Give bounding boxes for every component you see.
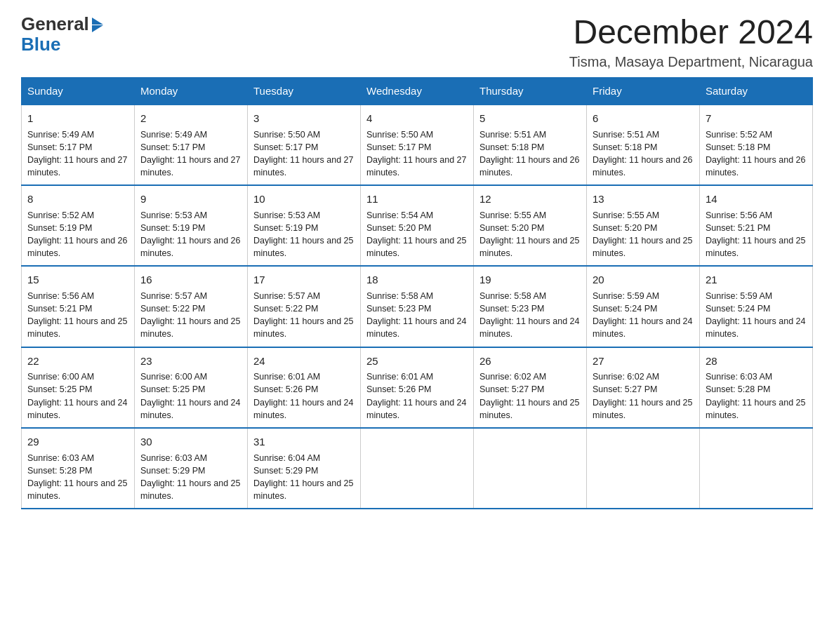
location-subtitle: Tisma, Masaya Department, Nicaragua [569,54,813,70]
calendar-cell: 20Sunrise: 5:59 AMSunset: 5:24 PMDayligh… [587,266,700,347]
day-info: Sunrise: 6:01 AMSunset: 5:26 PMDaylight:… [253,372,353,420]
day-info: Sunrise: 6:01 AMSunset: 5:26 PMDaylight:… [366,372,466,420]
day-info: Sunrise: 5:49 AMSunset: 5:17 PMDaylight:… [140,130,240,177]
calendar-week-row: 22Sunrise: 6:00 AMSunset: 5:25 PMDayligh… [22,347,813,428]
calendar-cell: 25Sunrise: 6:01 AMSunset: 5:26 PMDayligh… [361,347,474,428]
day-info: Sunrise: 5:56 AMSunset: 5:21 PMDaylight:… [706,210,805,258]
calendar-cell: 6Sunrise: 5:51 AMSunset: 5:18 PMDaylight… [587,105,700,185]
calendar-cell: 22Sunrise: 6:00 AMSunset: 5:25 PMDayligh… [22,347,135,428]
day-info: Sunrise: 6:03 AMSunset: 5:28 PMDaylight:… [27,453,127,501]
calendar-week-row: 8Sunrise: 5:52 AMSunset: 5:19 PMDaylight… [22,185,813,266]
day-info: Sunrise: 5:51 AMSunset: 5:18 PMDaylight:… [479,130,579,177]
month-year-title: December 2024 [569,14,813,51]
logo-arrow-top [92,18,103,25]
day-info: Sunrise: 6:00 AMSunset: 5:25 PMDaylight:… [140,372,240,420]
calendar-cell: 17Sunrise: 5:57 AMSunset: 5:22 PMDayligh… [248,266,361,347]
calendar-cell: 23Sunrise: 6:00 AMSunset: 5:25 PMDayligh… [135,347,248,428]
day-number: 28 [706,354,807,369]
weekday-header-row: SundayMondayTuesdayWednesdayThursdayFrid… [22,77,813,105]
day-number: 22 [27,354,128,369]
day-info: Sunrise: 5:51 AMSunset: 5:18 PMDaylight:… [593,130,692,177]
calendar-cell: 2Sunrise: 5:49 AMSunset: 5:17 PMDaylight… [135,105,248,185]
calendar-week-row: 15Sunrise: 5:56 AMSunset: 5:21 PMDayligh… [22,266,813,347]
calendar-cell: 21Sunrise: 5:59 AMSunset: 5:24 PMDayligh… [700,266,813,347]
day-info: Sunrise: 5:57 AMSunset: 5:22 PMDaylight:… [140,291,240,339]
weekday-header-friday: Friday [587,77,700,105]
day-info: Sunrise: 5:55 AMSunset: 5:20 PMDaylight:… [593,210,692,258]
day-info: Sunrise: 6:00 AMSunset: 5:25 PMDaylight:… [27,372,127,420]
calendar-cell: 27Sunrise: 6:02 AMSunset: 5:27 PMDayligh… [587,347,700,428]
day-number: 16 [140,272,241,288]
day-info: Sunrise: 5:52 AMSunset: 5:18 PMDaylight:… [706,130,805,177]
title-section: December 2024 Tisma, Masaya Department, … [569,14,813,70]
calendar-cell: 18Sunrise: 5:58 AMSunset: 5:23 PMDayligh… [361,266,474,347]
calendar-cell: 24Sunrise: 6:01 AMSunset: 5:26 PMDayligh… [248,347,361,428]
weekday-header-saturday: Saturday [700,77,813,105]
calendar-cell: 16Sunrise: 5:57 AMSunset: 5:22 PMDayligh… [135,266,248,347]
day-number: 17 [253,272,355,288]
day-number: 25 [366,354,468,369]
day-info: Sunrise: 6:02 AMSunset: 5:27 PMDaylight:… [479,372,579,420]
day-number: 14 [706,192,807,207]
day-info: Sunrise: 5:53 AMSunset: 5:19 PMDaylight:… [253,210,353,258]
day-info: Sunrise: 6:03 AMSunset: 5:28 PMDaylight:… [706,372,805,420]
day-number: 10 [253,192,355,207]
day-number: 1 [27,111,128,126]
day-number: 15 [27,272,128,288]
calendar-cell [474,428,587,509]
day-number: 7 [706,111,807,126]
day-number: 23 [140,354,241,369]
day-number: 29 [27,434,128,450]
day-info: Sunrise: 5:50 AMSunset: 5:17 PMDaylight:… [366,130,466,177]
calendar-table: SundayMondayTuesdayWednesdayThursdayFrid… [21,77,813,509]
calendar-cell: 19Sunrise: 5:58 AMSunset: 5:23 PMDayligh… [474,266,587,347]
calendar-cell: 4Sunrise: 5:50 AMSunset: 5:17 PMDaylight… [361,105,474,185]
day-number: 12 [479,192,581,207]
day-number: 30 [140,434,241,450]
page-header: General Blue December 2024 Tisma, Masaya… [21,14,813,70]
calendar-cell: 15Sunrise: 5:56 AMSunset: 5:21 PMDayligh… [22,266,135,347]
day-info: Sunrise: 5:59 AMSunset: 5:24 PMDaylight:… [706,291,805,339]
calendar-cell [587,428,700,509]
day-number: 2 [140,111,241,126]
calendar-cell: 3Sunrise: 5:50 AMSunset: 5:17 PMDaylight… [248,105,361,185]
day-info: Sunrise: 5:57 AMSunset: 5:22 PMDaylight:… [253,291,353,339]
day-number: 20 [593,272,694,288]
calendar-cell: 31Sunrise: 6:04 AMSunset: 5:29 PMDayligh… [248,428,361,509]
calendar-cell: 14Sunrise: 5:56 AMSunset: 5:21 PMDayligh… [700,185,813,266]
day-number: 13 [593,192,694,207]
logo: General Blue [21,14,103,54]
day-number: 27 [593,354,694,369]
day-number: 19 [479,272,581,288]
logo-blue-text: Blue [21,34,103,55]
day-info: Sunrise: 6:04 AMSunset: 5:29 PMDaylight:… [253,453,353,501]
calendar-cell: 1Sunrise: 5:49 AMSunset: 5:17 PMDaylight… [22,105,135,185]
logo-arrow-bottom [92,25,103,32]
weekday-header-sunday: Sunday [22,77,135,105]
calendar-cell: 13Sunrise: 5:55 AMSunset: 5:20 PMDayligh… [587,185,700,266]
day-number: 24 [253,354,355,369]
weekday-header-monday: Monday [135,77,248,105]
day-info: Sunrise: 5:53 AMSunset: 5:19 PMDaylight:… [140,210,240,258]
day-number: 4 [366,111,468,126]
calendar-cell: 29Sunrise: 6:03 AMSunset: 5:28 PMDayligh… [22,428,135,509]
day-info: Sunrise: 5:58 AMSunset: 5:23 PMDaylight:… [366,291,466,339]
calendar-cell [700,428,813,509]
day-number: 18 [366,272,468,288]
weekday-header-tuesday: Tuesday [248,77,361,105]
calendar-cell: 11Sunrise: 5:54 AMSunset: 5:20 PMDayligh… [361,185,474,266]
day-number: 5 [479,111,581,126]
logo-general-text: General [21,14,89,34]
day-number: 6 [593,111,694,126]
calendar-week-row: 1Sunrise: 5:49 AMSunset: 5:17 PMDaylight… [22,105,813,185]
day-info: Sunrise: 5:50 AMSunset: 5:17 PMDaylight:… [253,130,353,177]
day-number: 26 [479,354,581,369]
day-number: 21 [706,272,807,288]
weekday-header-wednesday: Wednesday [361,77,474,105]
day-info: Sunrise: 5:54 AMSunset: 5:20 PMDaylight:… [366,210,466,258]
calendar-cell: 10Sunrise: 5:53 AMSunset: 5:19 PMDayligh… [248,185,361,266]
calendar-cell: 28Sunrise: 6:03 AMSunset: 5:28 PMDayligh… [700,347,813,428]
day-info: Sunrise: 5:52 AMSunset: 5:19 PMDaylight:… [27,210,127,258]
day-info: Sunrise: 6:02 AMSunset: 5:27 PMDaylight:… [593,372,692,420]
day-info: Sunrise: 5:59 AMSunset: 5:24 PMDaylight:… [593,291,692,339]
